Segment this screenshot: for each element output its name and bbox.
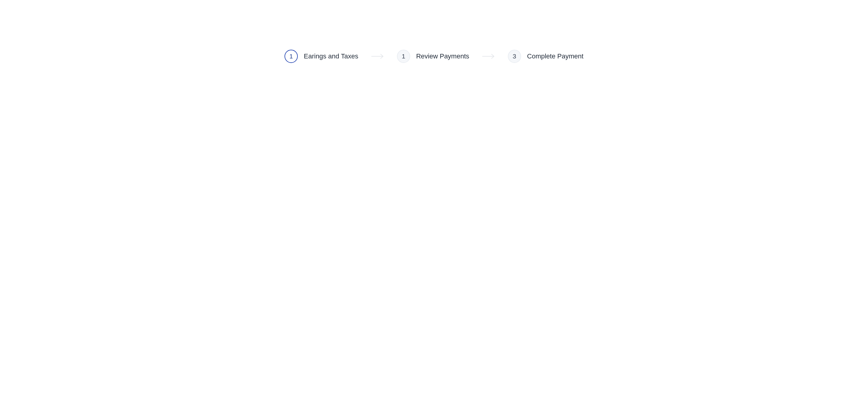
stepper: 1 Earings and Taxes 1 Review Payments 3 …: [0, 50, 868, 63]
step-complete-payment[interactable]: 3 Complete Payment: [508, 50, 584, 63]
step-number-circle: 1: [397, 50, 410, 63]
step-number: 3: [513, 53, 516, 60]
arrow-right-icon: [371, 53, 384, 59]
step-number: 1: [289, 53, 293, 60]
step-label: Earings and Taxes: [304, 53, 358, 60]
step-number-circle: 1: [284, 50, 298, 63]
step-number-circle: 3: [508, 50, 521, 63]
step-review-payments[interactable]: 1 Review Payments: [397, 50, 469, 63]
step-label: Complete Payment: [527, 53, 584, 60]
arrow-right-icon: [482, 53, 495, 59]
step-number: 1: [402, 53, 405, 60]
step-label: Review Payments: [416, 53, 469, 60]
step-earnings-and-taxes[interactable]: 1 Earings and Taxes: [284, 50, 358, 63]
